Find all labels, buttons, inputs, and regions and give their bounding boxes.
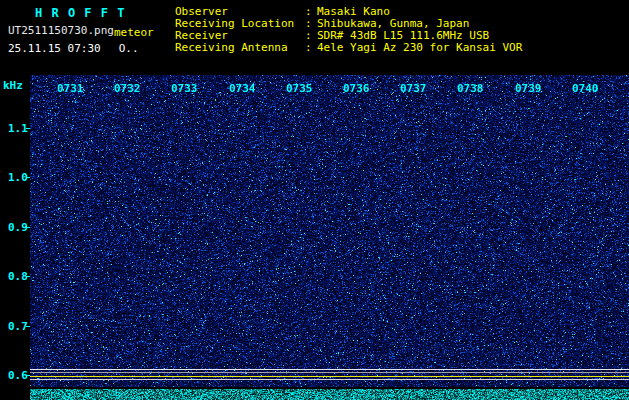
hrofft-spectrogram-screen: H R O F F T UT2511150730.pngmeteor 25.11… xyxy=(0,0,629,400)
y-tick-mark xyxy=(26,227,30,228)
x-tick-label: 0736 xyxy=(343,82,370,95)
x-tick-label: 0740 xyxy=(572,82,599,95)
y-tick-mark xyxy=(26,128,30,129)
observation-label: meteor xyxy=(114,26,154,39)
y-tick-label: 0.8 xyxy=(8,270,28,283)
x-tick-label: 0739 xyxy=(515,82,542,95)
x-tick-label: 0735 xyxy=(286,82,313,95)
y-tick-label: 0.9 xyxy=(8,221,28,234)
x-tick-label: 0737 xyxy=(400,82,427,95)
datetime: 25.11.15 07:30 xyxy=(8,42,101,55)
y-tick-mark xyxy=(26,375,30,376)
x-tick-label: 0734 xyxy=(229,82,256,95)
x-tick-label: 0738 xyxy=(457,82,484,95)
y-tick-label: 0.6 xyxy=(8,369,28,382)
y-tick-mark xyxy=(26,326,30,327)
info-value: 4ele Yagi Az 230 for Kansai VOR xyxy=(317,42,522,54)
info-separator: : xyxy=(305,42,317,54)
filename: UT2511150730.png xyxy=(8,24,114,37)
y-tick-label: 0.7 xyxy=(8,320,28,333)
y-tick-mark xyxy=(26,276,30,277)
app-title: H R O F F T xyxy=(35,6,125,20)
info-label: Receiving Antenna xyxy=(175,42,305,54)
y-tick-label: 1.1 xyxy=(8,122,28,135)
signal-strength-strip-canvas xyxy=(30,389,629,400)
y-tick-mark xyxy=(26,177,30,178)
counter: O.. xyxy=(119,42,139,55)
y-axis-unit: kHz xyxy=(3,79,23,92)
info-row-antenna: Receiving Antenna:4ele Yagi Az 230 for K… xyxy=(175,42,522,54)
spectrogram-canvas xyxy=(30,75,629,387)
datetime-line: 25.11.15 07:30O.. xyxy=(8,42,139,55)
x-tick-label: 0732 xyxy=(114,82,141,95)
station-info: Observer:Masaki Kano Receiving Location:… xyxy=(175,6,522,54)
x-tick-label: 0731 xyxy=(57,82,84,95)
filename-line: UT2511150730.pngmeteor xyxy=(8,24,154,37)
y-tick-label: 1.0 xyxy=(8,171,28,184)
x-tick-label: 0733 xyxy=(171,82,198,95)
